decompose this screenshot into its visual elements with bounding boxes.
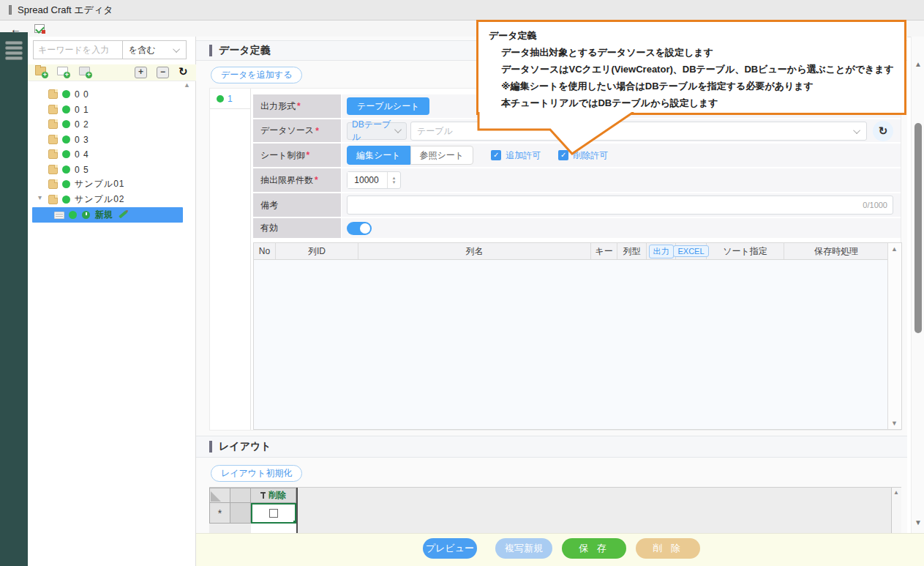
search-input[interactable] xyxy=(33,40,122,59)
status-dot-icon xyxy=(69,211,77,219)
tree-item[interactable]: サンプル01 xyxy=(28,176,196,192)
section-title: データ定義 xyxy=(219,44,271,57)
edit-sheet-button[interactable]: 編集シート xyxy=(347,146,410,165)
layout-header: レイアウト xyxy=(196,436,907,458)
source-refresh-button[interactable]: ↻ xyxy=(873,121,893,141)
tree-item[interactable]: 0 5 xyxy=(28,162,196,177)
copy-new-button[interactable]: 複写新規 xyxy=(495,538,552,559)
remarks-input[interactable] xyxy=(347,196,893,215)
add-definition-icon[interactable] xyxy=(57,67,68,75)
grid-column-divider xyxy=(296,488,298,533)
grid-scrollbar[interactable]: ▲ xyxy=(891,488,901,533)
status-dot-icon xyxy=(62,150,70,158)
folder-icon xyxy=(48,195,58,204)
table-scrollbar[interactable]: ▲ ▼ xyxy=(887,243,901,429)
match-mode-select[interactable]: を含む xyxy=(122,40,187,59)
grid-column-body xyxy=(251,524,296,533)
col-header-key: キー xyxy=(591,243,617,259)
tree-item-label: 0 2 xyxy=(75,119,89,130)
stepper-down-icon[interactable]: ▾ xyxy=(393,180,396,185)
data-tab-column: 1 xyxy=(210,89,251,430)
status-dot-icon xyxy=(62,90,70,98)
status-dot-icon xyxy=(62,180,70,188)
scroll-up-icon[interactable]: ▲ xyxy=(891,245,898,253)
scrollbar-thumb[interactable] xyxy=(914,123,922,333)
source-type-value: DBテーブル xyxy=(352,119,397,144)
layout-init-button[interactable]: レイアウト初期化 xyxy=(211,465,302,482)
source-type-select[interactable]: DBテーブル xyxy=(347,122,407,140)
window-titlebar: Spread Craft エディタ xyxy=(0,0,924,21)
checkbox-unchecked-icon[interactable] xyxy=(269,509,278,518)
tree-item[interactable]: ▾サンプル02 xyxy=(28,192,196,207)
tree-toolbar: + − ↻ xyxy=(28,64,196,81)
tree-item[interactable]: 0 2 xyxy=(28,116,196,132)
enabled-toggle[interactable] xyxy=(347,222,372,235)
tree-item[interactable]: 0 3 xyxy=(28,132,196,147)
col-header-excel: EXCEL xyxy=(676,243,707,259)
limit-input[interactable] xyxy=(348,172,386,188)
delete-button[interactable]: 削 除 xyxy=(636,538,700,559)
reference-sheet-button[interactable]: 参照シート xyxy=(410,146,474,165)
data-tab-1[interactable]: 1 xyxy=(210,89,250,109)
preview-button[interactable]: プレビュー xyxy=(423,538,477,559)
scroll-up-icon[interactable]: ▲ xyxy=(914,60,922,68)
folder-icon xyxy=(48,89,58,99)
status-dot-icon xyxy=(62,196,70,204)
enabled-row: 有効 xyxy=(253,218,901,238)
col-header-sort: ソート指定 xyxy=(707,243,784,259)
output-toggle-button[interactable]: 出力 xyxy=(649,245,674,258)
grid-row-header[interactable]: * xyxy=(209,503,230,524)
status-dot-icon xyxy=(217,95,224,103)
tree-item-label: 0 5 xyxy=(75,165,89,175)
grid-corner-cell[interactable] xyxy=(209,488,230,503)
grid-delete-column-header[interactable]: 削除 xyxy=(251,488,296,503)
table-sheet-button[interactable]: テーブルシート xyxy=(347,97,429,115)
pin-icon xyxy=(260,492,266,499)
tooltip-line: データソースはVCクエリ(ViewCreator)、DBテーブル、DBビューから… xyxy=(489,61,895,78)
tree-item[interactable]: 0 0 xyxy=(28,86,196,102)
edit-pencil-icon[interactable] xyxy=(119,211,127,219)
tooltip-line: データ抽出対象とするデータソースを設定します xyxy=(489,44,895,61)
scroll-up-icon[interactable]: ▲ xyxy=(893,489,899,496)
folder-icon xyxy=(48,149,58,159)
columns-table: No 列ID 列名 キー 列型 出力 EXCEL ソート指定 保存時処理 ▲ ▼ xyxy=(253,242,902,430)
grip-icon xyxy=(9,5,12,15)
footer-bar: プレビュー 複写新規 保 存 削 除 xyxy=(196,533,924,566)
checkbox-checked-icon: ✓ xyxy=(491,150,501,160)
chevron-down-icon xyxy=(173,45,180,53)
spread-craft-editor-window: { "window": { "title": "Spread Craft エディ… xyxy=(0,0,924,566)
main-scrollbar[interactable]: ▲ ▼ xyxy=(911,37,924,533)
collapse-all-button[interactable]: − xyxy=(157,67,169,78)
add-folder-icon[interactable] xyxy=(35,67,46,75)
grid-narrow-cell[interactable] xyxy=(230,503,251,524)
sheet-control-row: シート制御* 編集シート 参照シート ✓ 追加許可 ✓ 削除許可 xyxy=(253,144,901,167)
grid-narrow-header[interactable] xyxy=(230,488,251,503)
expand-all-button[interactable]: + xyxy=(135,67,147,78)
tree-item[interactable]: 0 4 xyxy=(28,146,196,162)
excel-toggle-button[interactable]: EXCEL xyxy=(673,245,708,257)
allow-delete-checkbox[interactable]: ✓ 削除許可 xyxy=(558,149,608,162)
section-bar xyxy=(209,441,212,453)
limit-stepper: ▴ ▾ xyxy=(347,171,401,189)
tree-refresh-icon[interactable]: ↻ xyxy=(179,65,188,78)
menu-icon[interactable] xyxy=(5,41,23,60)
tooltip-title: データ定義 xyxy=(489,27,895,44)
status-dot-icon xyxy=(62,165,70,174)
save-button[interactable]: 保 存 xyxy=(562,538,626,559)
add-data-button[interactable]: データを追加する xyxy=(211,67,302,83)
tree-item-label: 0 3 xyxy=(75,135,89,145)
tree-item[interactable]: 0 1 xyxy=(28,102,196,117)
stepper-arrows[interactable]: ▴ ▾ xyxy=(387,172,400,188)
folder-icon xyxy=(48,179,58,189)
tree-panel: を含む + − ↻ ▲ ▼ 0 0 0 1 0 2 0 3 0 4 0 5 サン… xyxy=(28,37,196,566)
allow-add-checkbox[interactable]: ✓ 追加許可 xyxy=(491,149,541,162)
expander-icon[interactable]: ▾ xyxy=(38,193,42,201)
scroll-down-icon[interactable]: ▼ xyxy=(914,518,922,526)
tree-item-selected[interactable]: 新規 xyxy=(32,207,183,223)
table-name-input[interactable] xyxy=(410,122,867,141)
spreadsheet-export-icon[interactable] xyxy=(34,24,45,33)
grid-selected-cell[interactable] xyxy=(251,503,296,524)
char-counter: 0/1000 xyxy=(863,201,887,209)
tutorial-tooltip: データ定義 データ抽出対象とするデータソースを設定します データソースはVCクエ… xyxy=(476,20,906,115)
scroll-down-icon[interactable]: ▼ xyxy=(891,420,898,427)
